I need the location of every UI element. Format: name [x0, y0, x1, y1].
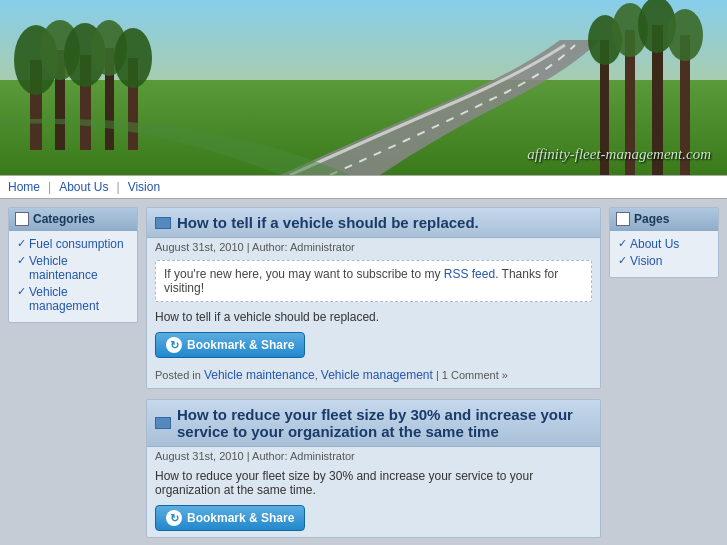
post-1-cat-mgmt[interactable]: Vehicle management [321, 368, 433, 382]
post-1-footer: Posted in Vehicle maintenance, Vehicle m… [147, 364, 600, 388]
post-2: How to reduce your fleet size by 30% and… [146, 399, 601, 538]
pages-header: Pages [610, 208, 718, 231]
post-1-bookmark-button[interactable]: ↻ Bookmark & Share [155, 332, 305, 358]
nav-about[interactable]: About Us [59, 180, 108, 194]
check-about: ✓ [618, 237, 627, 250]
post-2-excerpt: How to reduce your fleet size by 30% and… [147, 465, 600, 499]
sidebar-item-vision[interactable]: ✓ Vision [618, 254, 710, 268]
sidebar-item-maint-label: Vehicle maintenance [29, 254, 129, 282]
check-maint: ✓ [17, 254, 26, 267]
post-2-meta: August 31st, 2010 | Author: Administrato… [147, 447, 600, 465]
post-1-excerpt: How to tell if a vehicle should be repla… [147, 306, 600, 326]
post-1-notice: If you're new here, you may want to subs… [155, 260, 592, 302]
nav-vision[interactable]: Vision [128, 180, 160, 194]
page-header: affinity-fleet-management.com [0, 0, 727, 175]
post-2-icon [155, 417, 171, 429]
sidebar-right: Pages ✓ About Us ✓ Vision [609, 207, 719, 545]
post-2-bookmark-button[interactable]: ↻ Bookmark & Share [155, 505, 305, 531]
post-2-header: How to reduce your fleet size by 30% and… [147, 400, 600, 447]
sidebar-item-vehicle-mgmt[interactable]: ✓ Vehicle management [17, 285, 129, 313]
post-1-bookmark-container: ↻ Bookmark & Share [147, 326, 600, 364]
nav-sep-1: | [48, 180, 51, 194]
post-1-bookmark-icon: ↻ [166, 337, 182, 353]
svg-point-11 [114, 28, 152, 88]
post-2-title[interactable]: How to reduce your fleet size by 30% and… [177, 406, 592, 440]
categories-label: Categories [33, 212, 95, 226]
post-2-bookmark-container: ↻ Bookmark & Share [147, 499, 600, 537]
site-tagline: affinity-fleet-management.com [527, 146, 711, 163]
check-mgmt: ✓ [17, 285, 26, 298]
sidebar-item-fuel-label: Fuel consumption [29, 237, 124, 251]
sidebar-item-vehicle-maint[interactable]: ✓ Vehicle maintenance [17, 254, 129, 282]
post-1-bookmark-label: Bookmark & Share [187, 338, 294, 352]
nav-home[interactable]: Home [8, 180, 40, 194]
sidebar-item-fuel[interactable]: ✓ Fuel consumption [17, 237, 129, 251]
post-1-cat-maint[interactable]: Vehicle maintenance [204, 368, 315, 382]
sidebar-item-mgmt-label: Vehicle management [29, 285, 129, 313]
categories-icon [15, 212, 29, 226]
check-fuel: ✓ [17, 237, 26, 250]
check-vision: ✓ [618, 254, 627, 267]
post-1-icon [155, 217, 171, 229]
pages-label: Pages [634, 212, 669, 226]
post-1-meta: August 31st, 2010 | Author: Administrato… [147, 238, 600, 256]
nav-sep-2: | [117, 180, 120, 194]
pages-content: ✓ About Us ✓ Vision [610, 231, 718, 277]
main-content: Categories ✓ Fuel consumption ✓ Vehicle … [0, 199, 727, 545]
sidebar-item-vision-label: Vision [630, 254, 662, 268]
categories-content: ✓ Fuel consumption ✓ Vehicle maintenance… [9, 231, 137, 322]
navbar: Home | About Us | Vision [0, 175, 727, 199]
post-1: How to tell if a vehicle should be repla… [146, 207, 601, 389]
post-1-header: How to tell if a vehicle should be repla… [147, 208, 600, 238]
sidebar-item-about-label: About Us [630, 237, 679, 251]
post-1-notice-text: If you're new here, you may want to subs… [164, 267, 444, 281]
content-area: How to tell if a vehicle should be repla… [146, 207, 601, 545]
sidebar-left: Categories ✓ Fuel consumption ✓ Vehicle … [8, 207, 138, 545]
post-2-bookmark-icon: ↻ [166, 510, 182, 526]
post-1-rss-link[interactable]: RSS feed [444, 267, 495, 281]
categories-box: Categories ✓ Fuel consumption ✓ Vehicle … [8, 207, 138, 323]
categories-header: Categories [9, 208, 137, 231]
pages-box: Pages ✓ About Us ✓ Vision [609, 207, 719, 278]
sidebar-item-about[interactable]: ✓ About Us [618, 237, 710, 251]
post-2-bookmark-label: Bookmark & Share [187, 511, 294, 525]
post-1-title[interactable]: How to tell if a vehicle should be repla… [177, 214, 479, 231]
svg-point-19 [667, 9, 703, 61]
pages-icon [616, 212, 630, 226]
